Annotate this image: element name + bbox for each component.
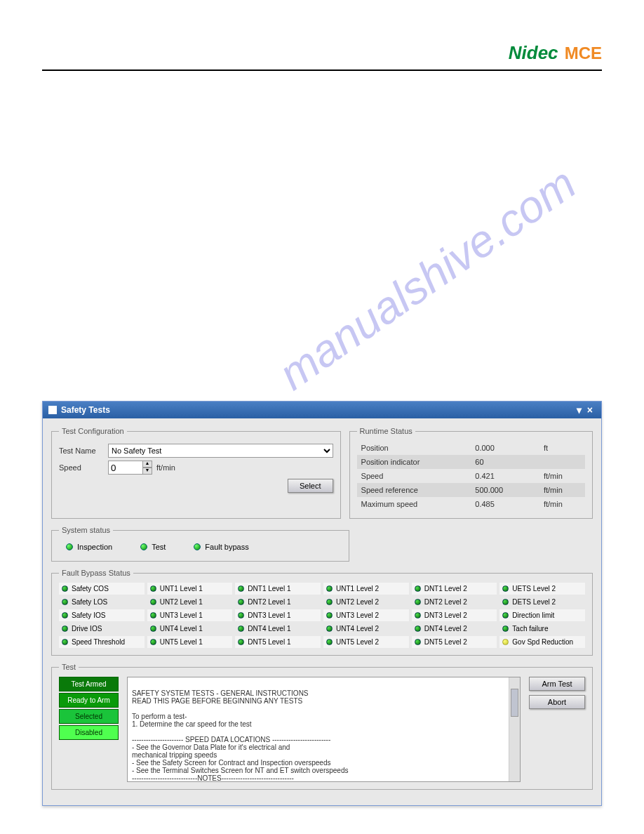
bypass-label: DNT5 Level 2	[424, 638, 467, 646]
bypass-led-icon	[326, 612, 333, 618]
fault-bypass-item: UNT1 Level 1	[147, 583, 233, 595]
runtime-label: Maximum speed	[357, 497, 471, 511]
arm-test-button[interactable]: Arm Test	[529, 677, 585, 691]
bypass-label: UNT3 Level 1	[160, 611, 203, 619]
system-status-group: System status InspectionTestFault bypass	[51, 526, 349, 562]
runtime-table: Position0.000ftPosition indicator60Speed…	[357, 441, 585, 511]
fault-bypass-item: DETS Level 2	[499, 596, 585, 608]
status-disabled: Disabled	[59, 725, 119, 740]
bypass-label: UNT3 Level 2	[336, 611, 379, 619]
runtime-row: Speed reference500.000ft/min	[357, 483, 585, 497]
runtime-unit	[539, 455, 585, 469]
bypass-led-icon	[238, 639, 244, 645]
bypass-label: DNT3 Level 1	[248, 611, 290, 619]
system-status-legend: System status	[59, 526, 113, 534]
bypass-led-icon	[238, 585, 244, 592]
runtime-row: Maximum speed0.485ft/min	[357, 497, 585, 511]
status-label: Test	[152, 543, 166, 551]
fault-bypass-item: UETS Level 2	[499, 583, 585, 595]
bypass-led-icon	[415, 612, 421, 618]
system-status-item: Fault bypass	[194, 543, 248, 551]
bypass-led-icon	[238, 599, 244, 605]
fault-bypass-item: DNT1 Level 2	[412, 583, 497, 595]
runtime-row: Position indicator60	[357, 455, 585, 469]
bypass-led-icon	[62, 585, 68, 592]
instructions-scrollbar[interactable]	[509, 677, 520, 781]
runtime-value: 60	[471, 455, 539, 469]
speed-label: Speed	[59, 463, 108, 472]
status-label: Fault bypass	[205, 543, 248, 551]
fault-bypass-item: UNT4 Level 1	[147, 623, 233, 635]
safety-tests-window: Safety Tests ▾ × Test Configuration Test…	[42, 401, 602, 806]
close-button[interactable]: ×	[584, 404, 596, 416]
runtime-value: 0.485	[471, 497, 539, 511]
speed-down-button[interactable]: ▼	[142, 468, 152, 475]
scrollbar-thumb[interactable]	[511, 689, 518, 717]
bypass-led-icon	[502, 612, 509, 618]
fault-bypass-item: Safety IOS	[59, 609, 145, 621]
bypass-label: UNT1 Level 1	[160, 585, 203, 593]
bypass-label: UNT5 Level 2	[336, 638, 379, 646]
minimize-button[interactable]: ▾	[574, 404, 584, 416]
speed-input[interactable]	[108, 461, 143, 475]
bypass-led-icon	[502, 639, 509, 645]
bypass-led-icon	[326, 599, 333, 605]
fault-bypass-item: DNT2 Level 2	[412, 596, 497, 608]
bypass-label: Safety LOS	[72, 598, 107, 606]
bypass-led-icon	[415, 626, 421, 632]
bypass-led-icon	[238, 612, 244, 618]
bypass-label: DNT4 Level 1	[248, 625, 290, 633]
fault-bypass-item: DNT2 Level 1	[235, 596, 321, 608]
bypass-label: DNT1 Level 2	[424, 585, 467, 593]
fault-bypass-group: Fault Bypass Status Safety COSUNT1 Level…	[51, 569, 593, 656]
status-ready-to-arm: Ready to Arm	[59, 693, 119, 708]
runtime-unit: ft	[539, 441, 585, 455]
runtime-value: 0.000	[471, 441, 539, 455]
fault-bypass-item: DNT5 Level 2	[412, 636, 497, 648]
fault-bypass-item: DNT3 Level 2	[412, 609, 497, 621]
fault-bypass-item: Safety LOS	[59, 596, 145, 608]
fault-bypass-item: DNT5 Level 1	[235, 636, 321, 648]
bypass-label: Direction limit	[512, 611, 554, 619]
window-title: Safety Tests	[61, 405, 110, 415]
bypass-label: Safety IOS	[72, 611, 105, 619]
fault-bypass-item: DNT1 Level 1	[235, 583, 321, 595]
bypass-label: UNT1 Level 2	[336, 585, 379, 593]
abort-button[interactable]: Abort	[529, 695, 585, 709]
watermark: manualshive.com	[269, 157, 585, 400]
status-led-icon	[140, 543, 147, 550]
fault-bypass-item: Tach failure	[499, 623, 585, 635]
fault-bypass-item: DNT3 Level 1	[235, 609, 321, 621]
bypass-led-icon	[62, 639, 68, 645]
runtime-unit: ft/min	[539, 483, 585, 497]
speed-up-button[interactable]: ▲	[142, 461, 152, 468]
system-status-item: Inspection	[66, 543, 112, 551]
instructions-textbox[interactable]: SAFETY SYSTEM TESTS - GENERAL INSTRUCTIO…	[127, 677, 521, 782]
fault-bypass-item: Direction limit	[499, 609, 585, 621]
fault-bypass-item: UNT1 Level 2	[323, 583, 409, 595]
bypass-led-icon	[150, 626, 156, 632]
test-group: Test Test Armed Ready to Arm Selected Di…	[51, 663, 593, 790]
runtime-unit: ft/min	[539, 497, 585, 511]
bypass-led-icon	[62, 612, 68, 618]
runtime-row: Speed0.421ft/min	[357, 469, 585, 483]
fault-bypass-item: UNT3 Level 1	[147, 609, 233, 621]
fault-bypass-item: UNT2 Level 2	[323, 596, 409, 608]
bypass-label: UNT5 Level 1	[160, 638, 203, 646]
runtime-legend: Runtime Status	[357, 427, 415, 435]
bypass-label: UNT2 Level 1	[160, 598, 203, 606]
select-button[interactable]: Select	[288, 479, 333, 493]
fault-bypass-item: UNT4 Level 2	[323, 623, 409, 635]
bypass-led-icon	[326, 626, 333, 632]
bypass-led-icon	[415, 639, 421, 645]
speed-unit: ft/min	[156, 463, 175, 472]
bypass-led-icon	[502, 599, 509, 605]
test-name-select[interactable]: No Safety Test	[108, 444, 333, 458]
fault-bypass-item: Drive IOS	[59, 623, 145, 635]
bypass-label: Drive IOS	[72, 625, 102, 633]
runtime-value: 0.421	[471, 469, 539, 483]
runtime-unit: ft/min	[539, 469, 585, 483]
bypass-label: UNT4 Level 2	[336, 625, 379, 633]
runtime-label: Position indicator	[357, 455, 471, 469]
status-selected: Selected	[59, 709, 119, 724]
